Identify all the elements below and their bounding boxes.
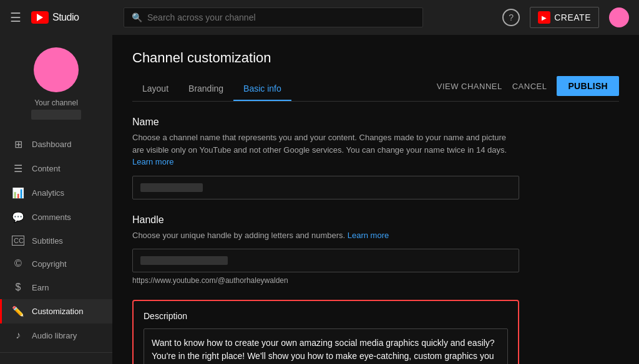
sidebar-nav: ⊞ Dashboard ☰ Content 📊 Analytics 💬 Comm… (0, 132, 112, 364)
earn-icon: $ (12, 282, 24, 293)
search-input[interactable] (147, 12, 415, 22)
audio-library-icon: ♪ (12, 330, 24, 341)
publish-button[interactable]: PUBLISH (557, 76, 619, 96)
tabs-row: Layout Branding Basic info VIEW CHANNEL … (132, 76, 619, 102)
sidebar-profile: Your channel (0, 35, 112, 127)
handle-section: Handle Choose your unique handle by addi… (132, 214, 619, 285)
help-icon[interactable]: ? (502, 9, 520, 26)
description-textarea[interactable] (144, 328, 508, 364)
create-button[interactable]: ▶ CREATE (530, 7, 599, 28)
tab-actions: VIEW CHANNEL CANCEL PUBLISH (437, 76, 619, 101)
sidebar-label-content: Content (32, 164, 61, 173)
sidebar-divider (0, 352, 112, 353)
sidebar-item-customization[interactable]: ✏️ Customization (0, 299, 112, 323)
nav-left: ☰ Studio (10, 10, 79, 25)
logo[interactable]: Studio (31, 11, 79, 24)
subtitles-icon: CC (12, 236, 24, 246)
sidebar-channel-label: Your channel (34, 98, 78, 107)
sidebar: Your channel ⊞ Dashboard ☰ Content 📊 Ana… (0, 35, 112, 364)
handle-description: Choose your unique handle by adding lett… (132, 229, 519, 242)
handle-url-text: https://www.youtube.com/@authorhaleywald… (132, 276, 619, 285)
name-input-masked (140, 183, 203, 192)
create-camera-icon: ▶ (538, 11, 550, 24)
name-section: Name Choose a channel name that represen… (132, 117, 619, 199)
content-area: Channel customization Layout Branding Ba… (112, 35, 639, 364)
name-title: Name (132, 117, 619, 128)
comments-icon: 💬 (12, 211, 24, 223)
search-icon: 🔍 (132, 12, 142, 22)
nav-right: ? ▶ CREATE (502, 7, 629, 28)
view-channel-button[interactable]: VIEW CHANNEL (437, 82, 502, 91)
cancel-button[interactable]: CANCEL (512, 82, 547, 91)
name-description: Choose a channel name that represents yo… (132, 132, 519, 168)
sidebar-avatar[interactable] (34, 47, 79, 92)
sidebar-label-dashboard: Dashboard (32, 140, 72, 149)
avatar[interactable] (609, 7, 629, 27)
youtube-logo-icon (31, 11, 49, 24)
name-learn-more-link[interactable]: Learn more (132, 157, 173, 166)
sidebar-label-audio-library: Audio library (32, 331, 77, 340)
customization-icon: ✏️ (12, 305, 24, 317)
sidebar-label-customization: Customization (32, 307, 83, 316)
sidebar-item-settings[interactable]: ⚙ Settings (0, 358, 112, 364)
top-navigation: ☰ Studio 🔍 ? ▶ CREATE (0, 0, 639, 35)
main-layout: Your channel ⊞ Dashboard ☰ Content 📊 Ana… (0, 35, 639, 364)
sidebar-label-subtitles: Subtitles (32, 236, 63, 246)
create-label: CREATE (554, 12, 591, 22)
sidebar-item-earn[interactable]: $ Earn (0, 275, 112, 299)
content-icon: ☰ (12, 163, 24, 175)
sidebar-item-comments[interactable]: 💬 Comments (0, 205, 112, 229)
sidebar-label-comments: Comments (32, 213, 71, 222)
page-title: Channel customization (132, 50, 619, 66)
analytics-icon: 📊 (12, 187, 24, 199)
sidebar-label-analytics: Analytics (32, 188, 64, 198)
search-bar[interactable]: 🔍 (124, 7, 423, 27)
sidebar-item-dashboard[interactable]: ⊞ Dashboard (0, 132, 112, 156)
sidebar-item-subtitles[interactable]: CC Subtitles (0, 229, 112, 252)
copyright-icon: © (12, 258, 24, 269)
tab-layout[interactable]: Layout (132, 77, 178, 101)
handle-learn-more-link[interactable]: Learn more (348, 231, 389, 240)
menu-icon[interactable]: ☰ (10, 10, 21, 25)
tab-basic-info[interactable]: Basic info (233, 77, 291, 101)
handle-input-masked (140, 256, 228, 265)
sidebar-label-copyright: Copyright (32, 259, 67, 269)
sidebar-channel-bar (31, 110, 81, 120)
description-section: Description + ADD LANGUAGE (132, 300, 519, 364)
tab-branding[interactable]: Branding (178, 77, 233, 101)
dashboard-icon: ⊞ (12, 138, 24, 150)
sidebar-label-earn: Earn (32, 283, 49, 292)
sidebar-item-analytics[interactable]: 📊 Analytics (0, 181, 112, 205)
studio-label: Studio (52, 12, 79, 23)
sidebar-item-audio-library[interactable]: ♪ Audio library (0, 323, 112, 347)
sidebar-item-copyright[interactable]: © Copyright (0, 252, 112, 275)
handle-title: Handle (132, 214, 619, 226)
sidebar-item-content[interactable]: ☰ Content (0, 156, 112, 181)
description-title: Description (144, 311, 508, 321)
